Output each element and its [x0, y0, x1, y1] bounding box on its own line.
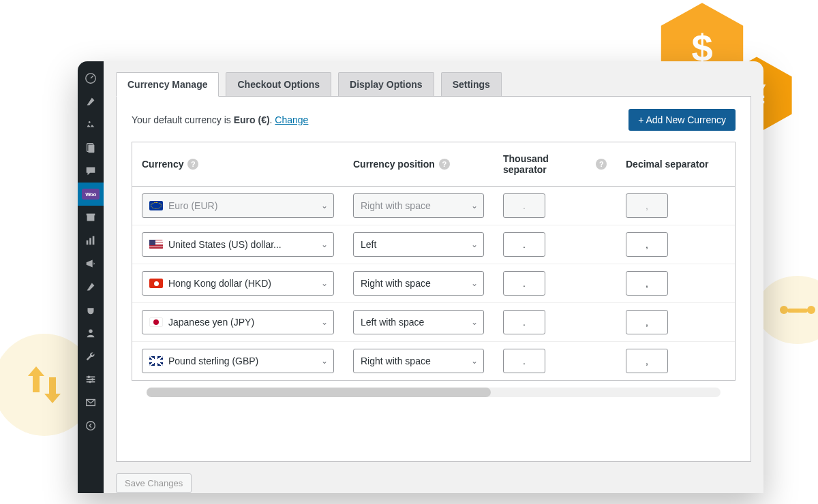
flag-icon — [149, 240, 163, 249]
col-thousand: Thousand separator? — [494, 142, 616, 186]
help-icon[interactable]: ? — [187, 159, 198, 170]
save-changes-button[interactable]: Save Changes — [116, 473, 192, 493]
updown-arrows-icon — [24, 361, 65, 409]
sidebar-comments[interactable] — [78, 159, 104, 183]
sidebar-analytics[interactable] — [78, 229, 104, 252]
position-select[interactable]: Left with space⌄ — [353, 310, 484, 334]
help-icon[interactable]: ? — [596, 159, 607, 170]
sidebar-media[interactable] — [78, 113, 104, 136]
chevron-down-icon: ⌄ — [471, 279, 478, 288]
chevron-down-icon: ⌄ — [321, 279, 328, 288]
sidebar-mail[interactable] — [78, 391, 104, 414]
chevron-down-icon: ⌄ — [321, 317, 328, 327]
decimal-input — [626, 193, 668, 218]
tab-checkout-options[interactable]: Checkout Options — [226, 72, 331, 97]
col-decimal: Decimal separator — [616, 142, 736, 186]
change-default-link[interactable]: Change — [275, 114, 308, 125]
horizontal-scrollbar[interactable] — [147, 388, 721, 397]
sidebar-tools[interactable] — [78, 345, 104, 368]
currency-select[interactable]: United States (US) dollar...⌄ — [142, 232, 334, 257]
currency-row: Euro (EUR)⌄Right with space⌄ — [132, 187, 736, 225]
decimal-input[interactable] — [626, 271, 668, 296]
currency-manage-panel: Your default currency is Euro (€). Chang… — [116, 96, 751, 462]
sidebar-products[interactable] — [78, 206, 104, 229]
currency-row: Japanese yen (JPY)⌄Left with space⌄ — [132, 303, 736, 342]
svg-rect-9 — [89, 238, 91, 245]
position-select[interactable]: Right with space⌄ — [353, 271, 484, 296]
tab-currency-manage[interactable]: Currency Manage — [116, 72, 219, 97]
col-position: Currency position? — [344, 142, 494, 186]
position-select[interactable]: Left⌄ — [353, 232, 484, 257]
thousand-input[interactable] — [503, 232, 545, 257]
currency-select: Euro (EUR)⌄ — [142, 193, 334, 218]
chevron-down-icon: ⌄ — [321, 201, 328, 210]
svg-rect-6 — [87, 215, 95, 221]
help-icon[interactable]: ? — [439, 159, 450, 170]
chevron-down-icon: ⌄ — [471, 201, 478, 210]
svg-rect-5 — [88, 145, 94, 153]
sidebar-plugins[interactable] — [78, 298, 104, 321]
sidebar-collapse[interactable] — [78, 414, 104, 437]
svg-point-19 — [87, 422, 95, 430]
svg-point-17 — [89, 381, 91, 383]
sidebar-appearance[interactable] — [78, 275, 104, 298]
sidebar-marketing[interactable] — [78, 252, 104, 275]
decimal-input[interactable] — [626, 349, 668, 373]
wp-admin-sidebar: Woo — [78, 61, 104, 493]
thousand-input[interactable] — [503, 310, 545, 334]
sidebar-settings[interactable] — [78, 368, 104, 391]
sidebar-dashboard[interactable] — [78, 67, 104, 90]
sidebar-woocommerce[interactable]: Woo — [78, 183, 104, 206]
currency-table: Currency? Currency position? Thousand se… — [132, 142, 736, 381]
flag-icon — [149, 317, 163, 327]
svg-point-16 — [91, 378, 94, 381]
thousand-input — [503, 193, 545, 218]
position-select[interactable]: Right with space⌄ — [353, 349, 484, 373]
main-content: Currency ManageCheckout OptionsDisplay O… — [104, 61, 763, 493]
decimal-input[interactable] — [626, 232, 668, 257]
flag-icon — [149, 279, 163, 288]
chevron-down-icon: ⌄ — [321, 240, 328, 249]
flag-icon — [149, 356, 163, 366]
currency-select[interactable]: Japanese yen (JPY)⌄ — [142, 310, 334, 334]
chevron-down-icon: ⌄ — [471, 240, 478, 249]
admin-window: Woo Currency ManageCheckout OptionsDispl… — [78, 61, 763, 493]
chevron-down-icon: ⌄ — [321, 356, 328, 366]
tab-settings[interactable]: Settings — [441, 72, 502, 97]
sidebar-users[interactable] — [78, 321, 104, 345]
currency-row: United States (US) dollar...⌄Left⌄ — [132, 225, 736, 264]
add-new-currency-button[interactable]: + Add New Currency — [628, 109, 736, 131]
chevron-down-icon: ⌄ — [471, 356, 478, 366]
decimal-input[interactable] — [626, 310, 668, 334]
svg-rect-8 — [87, 240, 89, 245]
thousand-input[interactable] — [503, 271, 545, 296]
sidebar-pages[interactable] — [78, 136, 104, 159]
chevron-down-icon: ⌄ — [471, 317, 478, 327]
thousand-input[interactable] — [503, 349, 545, 373]
default-currency-line: Your default currency is Euro (€). Chang… — [132, 114, 308, 125]
settings-tabs: Currency ManageCheckout OptionsDisplay O… — [104, 72, 763, 97]
decorative-face-badge — [757, 276, 818, 344]
position-select: Right with space⌄ — [353, 193, 484, 218]
currency-select[interactable]: Pound sterling (GBP)⌄ — [142, 349, 334, 373]
svg-rect-7 — [87, 214, 95, 216]
sidebar-posts[interactable] — [78, 90, 104, 113]
currency-row: Pound sterling (GBP)⌄Right with space⌄ — [132, 342, 736, 380]
svg-point-11 — [89, 330, 92, 333]
svg-rect-10 — [93, 236, 95, 245]
tab-display-options[interactable]: Display Options — [338, 72, 434, 97]
svg-point-3 — [89, 121, 91, 123]
col-currency: Currency? — [132, 142, 344, 186]
svg-point-15 — [88, 376, 91, 379]
currency-row: Hong Kong dollar (HKD)⌄Right with space⌄ — [132, 264, 736, 303]
flag-icon — [149, 201, 163, 210]
currency-select[interactable]: Hong Kong dollar (HKD)⌄ — [142, 271, 334, 296]
table-header: Currency? Currency position? Thousand se… — [132, 142, 736, 187]
